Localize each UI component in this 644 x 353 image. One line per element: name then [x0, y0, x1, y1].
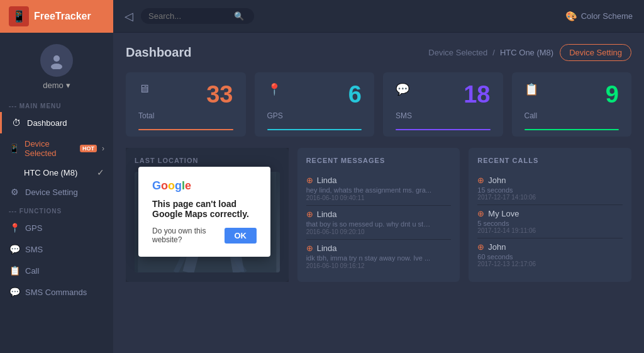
stat-icon-call: 📋	[525, 82, 538, 96]
page-header: Dashboard Device Selected / HTC One (M8)…	[126, 44, 631, 61]
main-menu-label: --- MAIN MENU	[0, 98, 113, 112]
msg-time: 2016-06-10 09:40:11	[306, 194, 452, 201]
google-dialog-title: This page can't load Google Maps correct…	[152, 199, 257, 219]
sidebar-item-gps[interactable]: 📍 GPS	[0, 217, 113, 238]
call-item[interactable]: ⊕ My Love 5 seconds 2017-12-14 19:11:06	[477, 205, 623, 238]
google-dialog-text: Do you own this website?	[152, 227, 225, 244]
breadcrumb: Device Selected / HTC One (M8)	[428, 48, 553, 57]
stat-bar-call	[525, 129, 619, 130]
call-duration: 60 seconds	[477, 253, 623, 261]
msg-time: 2016-06-10 09:20:10	[306, 228, 452, 235]
search-icon: 🔍	[234, 11, 244, 21]
device-setting-button[interactable]: Device Setting	[560, 44, 631, 61]
call-contact-icon: ⊕	[477, 242, 484, 252]
ok-button[interactable]: OK	[225, 228, 257, 244]
google-dialog-row: Do you own this website? OK	[152, 227, 257, 244]
call-time: 2017-12-14 19:11:06	[477, 227, 623, 234]
call-item[interactable]: ⊕ John 15 seconds 2017-12-17 14:10:06	[477, 172, 623, 205]
sms-commands-icon: 💬	[9, 287, 20, 297]
sidebar-item-htc-one[interactable]: HTC One (M8) ✓	[0, 164, 113, 181]
stat-bar-gps	[267, 129, 362, 130]
sidebar-profile: demo ▾	[0, 33, 113, 98]
stat-bar-sms	[396, 129, 491, 130]
call-time: 2017-12-13 12:17:06	[477, 261, 623, 267]
stat-card-total: 🖥 33 Total	[126, 72, 246, 137]
breadcrumb-device: HTC One (M8)	[500, 48, 553, 57]
color-scheme-button[interactable]: 🎨 Color Scheme	[565, 11, 633, 22]
google-maps-dialog: Google This page can't load Google Maps …	[138, 167, 270, 257]
calls-list: ⊕ John 15 seconds 2017-12-17 14:10:06 ⊕ …	[477, 172, 623, 271]
functions-label: --- FUNCTIONS	[0, 203, 113, 217]
stat-icon-total: 🖥	[138, 82, 150, 96]
message-item[interactable]: ⊕ Linda that boy is so messed up. why dn…	[306, 206, 452, 240]
stat-label-gps: GPS	[267, 111, 362, 120]
sidebar-item-device-setting[interactable]: ⚙ Device Setting	[0, 181, 113, 203]
stat-number-total: 33	[206, 82, 233, 106]
stat-number-call: 9	[606, 82, 619, 106]
main-content: ◁ 🔍 🎨 Color Scheme Dashboard Device Sele…	[113, 0, 644, 353]
chevron-right-icon: ›	[102, 144, 104, 153]
stat-icon-gps: 📍	[267, 82, 281, 96]
message-item[interactable]: ⊕ Linda hey lind, whats the assignment m…	[306, 172, 452, 206]
panels-row: LAST LOCATION Google	[126, 148, 631, 282]
recent-calls-title: RECENT CALLS	[477, 157, 623, 164]
stat-number-gps: 6	[348, 82, 362, 106]
profile-name: demo ▾	[43, 81, 70, 90]
app-logo-icon: 📱	[9, 6, 29, 26]
sidebar-item-call[interactable]: 📋 Call	[0, 260, 113, 281]
dashboard-icon: ⏱	[11, 118, 22, 128]
svg-point-1	[51, 64, 62, 69]
color-scheme-icon: 🎨	[565, 11, 577, 22]
back-button[interactable]: ◁	[125, 9, 133, 23]
call-time: 2017-12-17 14:10:06	[477, 194, 623, 201]
call-contact-icon: ⊕	[477, 176, 484, 185]
svg-point-0	[53, 55, 60, 62]
msg-text: that boy is so messed up. why dnt u sta.…	[306, 220, 432, 228]
search-input[interactable]	[148, 11, 230, 21]
stat-number-sms: 18	[464, 82, 490, 106]
stat-header-total: 🖥 33	[138, 82, 233, 106]
content-area: Dashboard Device Selected / HTC One (M8)…	[113, 33, 644, 353]
sidebar-item-dashboard[interactable]: ⏱ Dashboard	[0, 112, 113, 133]
stat-card-sms: 💬 18 SMS	[383, 72, 503, 137]
stat-bar-total	[138, 129, 233, 130]
msg-sender-icon: ⊕	[306, 244, 313, 253]
msg-sender-icon: ⊕	[306, 176, 313, 185]
msg-text: hey lind, whats the assignment ms. gra..…	[306, 186, 432, 194]
avatar	[40, 44, 73, 77]
stat-label-call: Call	[525, 111, 619, 120]
stats-row: 🖥 33 Total 📍 6 GPS 💬 18 SMS 📋 9 Call	[126, 72, 631, 137]
call-item[interactable]: ⊕ John 60 seconds 2017-12-13 12:17:06	[477, 238, 623, 271]
check-icon: ✓	[97, 167, 104, 177]
device-setting-icon: ⚙	[9, 187, 20, 197]
recent-messages-panel: RECENT MESSAGES ⊕ Linda hey lind, whats …	[297, 148, 460, 282]
msg-text: idk tbh, imma try n stay away now. Ive .…	[306, 254, 432, 262]
stat-header-gps: 📍 6	[267, 82, 362, 106]
device-selected-icon: 📱	[9, 143, 19, 154]
gps-icon: 📍	[9, 223, 20, 233]
call-name: ⊕ John	[477, 242, 623, 252]
call-icon: 📋	[9, 266, 20, 276]
msg-sender-icon: ⊕	[306, 210, 313, 219]
sidebar-item-sms-commands[interactable]: 💬 SMS Commands	[0, 281, 113, 303]
sidebar-item-device-selected[interactable]: 📱 Device Selected HOT ›	[0, 133, 113, 164]
stat-label-total: Total	[138, 111, 233, 120]
last-location-panel: LAST LOCATION Google	[126, 148, 289, 282]
msg-sender: ⊕ Linda	[306, 176, 452, 185]
recent-messages-title: RECENT MESSAGES	[306, 157, 452, 164]
call-duration: 5 seconds	[477, 220, 623, 227]
msg-sender: ⊕ Linda	[306, 244, 452, 253]
recent-calls-panel: RECENT CALLS ⊕ John 15 seconds 2017-12-1…	[469, 148, 631, 282]
breadcrumb-separator: /	[492, 48, 495, 57]
sms-icon: 💬	[9, 244, 20, 254]
hot-badge: HOT	[80, 145, 97, 152]
message-item[interactable]: ⊕ Linda idk tbh, imma try n stay away no…	[306, 240, 452, 273]
stat-icon-sms: 💬	[396, 82, 409, 96]
google-logo: Google	[152, 179, 257, 193]
messages-list: ⊕ Linda hey lind, whats the assignment m…	[306, 172, 452, 273]
call-name: ⊕ John	[477, 176, 623, 185]
sidebar-logo: 📱 FreeTracker	[0, 0, 113, 33]
stat-header-call: 📋 9	[525, 82, 619, 106]
search-box: 🔍	[141, 8, 254, 24]
sidebar-item-sms[interactable]: 💬 SMS	[0, 238, 113, 260]
